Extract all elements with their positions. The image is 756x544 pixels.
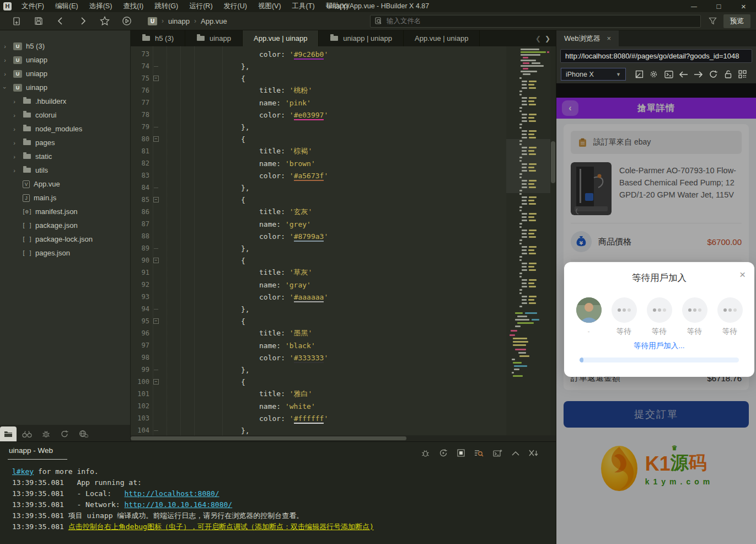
console-log[interactable]: l#key for more info.13:39:35.081 App run… [0,460,556,532]
save-icon[interactable] [28,14,50,28]
console-link[interactable]: http://10.10.10.164:8080/ [125,500,233,509]
tree-item-package.json[interactable]: [ ]package.json [0,218,130,232]
code-editor[interactable]: 73color: '#9c26b0'74},75−{76title: '桃粉'7… [131,46,506,435]
line-number[interactable]: 78 [131,111,149,119]
terminal-icon[interactable] [663,69,674,80]
debug-bug-icon[interactable] [37,426,54,441]
editor-vertical-scrollbar[interactable] [550,46,556,435]
tree-item-uinapp[interactable]: ›Uuinapp [0,81,130,94]
close-button[interactable]: × [731,0,756,12]
line-number[interactable]: 75 [131,74,149,82]
tree-item-manifest.json[interactable]: [⚙]manifest.json [0,205,130,218]
unlock-icon[interactable] [722,69,733,80]
close-icon[interactable]: × [739,269,746,281]
url-bar[interactable] [560,49,752,63]
tree-item-h5-3-[interactable]: ›Uh5 (3) [0,39,130,53]
fold-collapse-icon[interactable]: − [153,197,159,202]
search-input[interactable] [387,17,696,25]
search-logs-icon[interactable] [474,449,484,457]
tab-scroll-arrows[interactable]: ❮❯ [530,30,556,46]
tree-item-static[interactable]: ›static [0,150,130,163]
line-number[interactable]: 104 [131,426,149,434]
fold-marker[interactable]: − [149,136,163,142]
line-number[interactable]: 86 [131,208,149,216]
tree-item-app.vue[interactable]: VApp.vue [0,177,130,191]
tree-item-pages.json[interactable]: [ ]pages.json [0,246,130,260]
fold-marker[interactable]: − [149,379,163,385]
restart-icon[interactable] [439,449,448,457]
line-number[interactable]: 90 [131,257,149,264]
device-select[interactable]: iPhone X ▼ [561,68,626,81]
tab-scroll-right-icon[interactable]: ❯ [545,35,550,42]
back-arrow-icon[interactable] [678,69,689,80]
url-input[interactable] [565,52,747,60]
line-number[interactable]: 97 [131,342,149,349]
fold-marker[interactable]: − [149,318,163,324]
line-number[interactable]: 73 [131,50,149,58]
line-number[interactable]: 93 [131,293,149,301]
files-panel-icon[interactable] [0,426,17,441]
tree-item-uniapp[interactable]: ›Uuniapp [0,67,130,81]
menu-item-1[interactable]: 编辑(E) [50,0,84,12]
line-number[interactable]: 99 [131,366,149,374]
menu-item-0[interactable]: 文件(F) [16,0,50,12]
preview-button[interactable]: 预览 [723,14,750,28]
maximize-button[interactable]: □ [706,0,731,12]
new-terminal-icon[interactable] [493,449,502,457]
collapse-icon[interactable] [512,451,519,456]
search-binoculars-icon[interactable] [19,426,35,441]
editor-tab-4[interactable]: App.vue | uniapp [404,30,480,46]
nav-back-icon[interactable] [50,14,72,28]
tree-item-node-modules[interactable]: ›node_modules [0,122,130,136]
line-number[interactable]: 84 [131,184,149,191]
line-number[interactable]: 76 [131,87,149,94]
breadcrumb-project[interactable]: uinapp [168,17,190,25]
stop-icon[interactable] [457,449,465,457]
line-number[interactable]: 103 [131,414,149,422]
editor-tab-3[interactable]: uniapp | uniapp [319,30,404,46]
run-icon[interactable] [116,14,138,28]
sync-icon[interactable] [56,426,73,441]
tree-item-package-lock.json[interactable]: [ ]package-lock.json [0,232,130,246]
browser-tab[interactable]: Web浏览器 × [556,30,619,46]
network-globe-icon[interactable] [75,426,92,441]
open-external-icon[interactable] [634,69,645,80]
line-number[interactable]: 98 [131,354,149,361]
menu-item-8[interactable]: 工具(T) [287,0,320,12]
line-number[interactable]: 79 [131,123,149,131]
menu-item-5[interactable]: 运行(R) [184,0,218,12]
settings-gear-icon[interactable] [648,69,660,80]
fold-collapse-icon[interactable]: − [153,76,159,81]
fold-marker[interactable]: − [149,197,163,202]
debug-bug-icon[interactable] [421,449,430,457]
clear-icon[interactable] [529,450,538,457]
line-number[interactable]: 91 [131,269,149,276]
filter-funnel-icon[interactable] [709,17,717,25]
line-number[interactable]: 96 [131,329,149,337]
line-number[interactable]: 82 [131,159,149,167]
editor-tab-0[interactable]: h5 (3) [131,30,185,46]
menu-item-7[interactable]: 视图(V) [253,0,287,12]
tree-item-pages[interactable]: ›pages [0,136,130,150]
minimap[interactable] [506,46,550,435]
line-number[interactable]: 74 [131,62,149,70]
console-tab[interactable]: uinapp - Web [8,446,67,460]
menu-item-4[interactable]: 跳转(G) [149,0,184,12]
tree-item-utils[interactable]: ›utils [0,163,130,177]
tree-item-main.js[interactable]: Jmain.js [0,191,130,205]
editor-horizontal-scrollbar[interactable] [131,435,556,441]
minimap-viewport[interactable] [506,139,550,193]
new-file-icon[interactable] [6,14,28,28]
line-number[interactable]: 94 [131,305,149,313]
close-icon[interactable]: × [607,34,612,42]
line-number[interactable]: 102 [131,402,149,410]
menu-item-2[interactable]: 选择(S) [84,0,118,12]
minimize-button[interactable]: — [682,0,706,12]
menu-item-6[interactable]: 发行(U) [218,0,253,12]
line-number[interactable]: 83 [131,172,149,179]
fold-collapse-icon[interactable]: − [153,258,159,263]
editor-tab-2[interactable]: App.vue | uinapp [243,30,319,46]
console-link[interactable]: http://localhost:8080/ [125,489,219,498]
line-number[interactable]: 87 [131,220,149,228]
menu-item-3[interactable]: 查找(I) [117,0,149,12]
